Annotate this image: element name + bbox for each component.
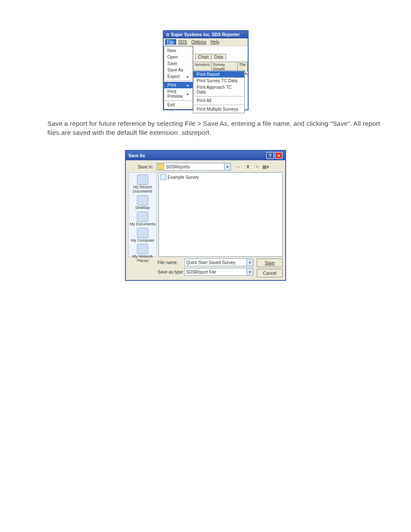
file-item[interactable]: Example Survey — [160, 174, 281, 180]
folder-icon — [157, 164, 164, 170]
chevron-down-icon[interactable]: ▾ — [224, 163, 230, 170]
submenu-print-multiple[interactable]: Print Multiple Surveys — [193, 106, 244, 112]
submenu-print-survey-tc[interactable]: Print Survey TC Data — [193, 78, 244, 84]
saveastype-label: Save as type: — [158, 270, 184, 274]
file-item-label: Example Survey — [168, 175, 199, 180]
submenu-print-all[interactable]: Print All — [193, 97, 244, 104]
file-list[interactable]: Example Survey — [159, 172, 283, 257]
file-menu-dropdown: New Open Save Save As Export▸ Print▸ Pri… — [164, 46, 193, 109]
menu-save[interactable]: Save — [164, 60, 193, 67]
menu-print-preview[interactable]: Print Preview▸ — [164, 88, 193, 100]
file-icon — [160, 174, 166, 180]
save-button[interactable]: Save — [257, 258, 283, 267]
menu-sds[interactable]: SDS — [176, 39, 190, 45]
instruction-text: Save a report for future reference by se… — [47, 119, 389, 137]
place-my-documents[interactable]: My Documents — [130, 212, 156, 227]
dialog-title: Save As — [128, 153, 145, 158]
menu-save-as[interactable]: Save As — [164, 67, 193, 73]
submenu-print-report[interactable]: Print Report — [193, 71, 244, 78]
save-as-dialog: Save As ? × Save in: SDSReports ▾ ← ⬆ ✧ … — [125, 150, 286, 281]
menubar[interactable]: File SDS Options Help — [164, 38, 248, 46]
close-button[interactable]: × — [275, 152, 283, 159]
content-area: Chart Data rameters Survey Details The P… — [193, 46, 248, 109]
menu-print[interactable]: Print▸ — [164, 82, 193, 88]
places-bar: My Recent Documents Desktop My Documents… — [128, 172, 157, 257]
place-my-computer[interactable]: My Computer — [131, 228, 154, 243]
menu-options[interactable]: Options — [189, 39, 208, 45]
new-folder-icon[interactable]: ✧ — [253, 163, 260, 170]
menu-help[interactable]: Help — [209, 39, 222, 45]
cancel-button[interactable]: Cancel — [257, 269, 283, 277]
filename-label: File name: — [158, 260, 184, 265]
menu-open[interactable]: Open — [164, 54, 193, 60]
dialog-titlebar: Save As ? × — [126, 151, 285, 160]
place-desktop[interactable]: Desktop — [135, 195, 149, 210]
sds-reporter-window: ⊙ Super Systems inc. SDS Reporter File S… — [163, 30, 249, 110]
menu-exit[interactable]: Exit — [164, 102, 193, 108]
place-recent[interactable]: My Recent Documents — [129, 174, 156, 194]
save-in-label: Save in: — [128, 165, 156, 169]
print-submenu: Print Report Print Survey TC Data Print … — [193, 70, 245, 113]
window-titlebar: ⊙ Super Systems inc. SDS Reporter — [164, 31, 248, 38]
back-icon[interactable]: ← — [235, 163, 242, 170]
saveastype-input[interactable]: SDSReport File ▾ — [184, 268, 253, 276]
saveastype-value: SDSReport File — [186, 270, 216, 274]
menu-export[interactable]: Export▸ — [164, 73, 193, 80]
submenu-print-approach-tc[interactable]: Print Approach TC Data — [193, 84, 244, 95]
place-my-network[interactable]: My Network Places — [129, 244, 156, 263]
chevron-down-icon[interactable]: ▾ — [246, 268, 253, 275]
window-title: Super Systems inc. SDS Reporter — [171, 32, 240, 37]
help-button[interactable]: ? — [266, 152, 274, 159]
chevron-down-icon[interactable]: ▾ — [246, 259, 253, 266]
views-icon[interactable]: ▦▾ — [262, 163, 269, 170]
tab-data[interactable]: Data — [211, 54, 226, 60]
tab-chart[interactable]: Chart — [195, 54, 212, 60]
filename-value: Quick Start Saved Survey — [186, 260, 236, 265]
menu-new[interactable]: New — [164, 47, 193, 54]
menu-file[interactable]: File — [165, 39, 176, 45]
save-in-combo[interactable]: SDSReports ▾ — [156, 163, 231, 171]
cursor-icon: ↖ — [244, 71, 249, 78]
up-icon[interactable]: ⬆ — [244, 163, 251, 170]
save-in-value: SDSReports — [166, 165, 190, 169]
app-icon: ⊙ — [166, 32, 169, 37]
filename-input[interactable]: Quick Start Saved Survey ▾ — [184, 258, 253, 266]
